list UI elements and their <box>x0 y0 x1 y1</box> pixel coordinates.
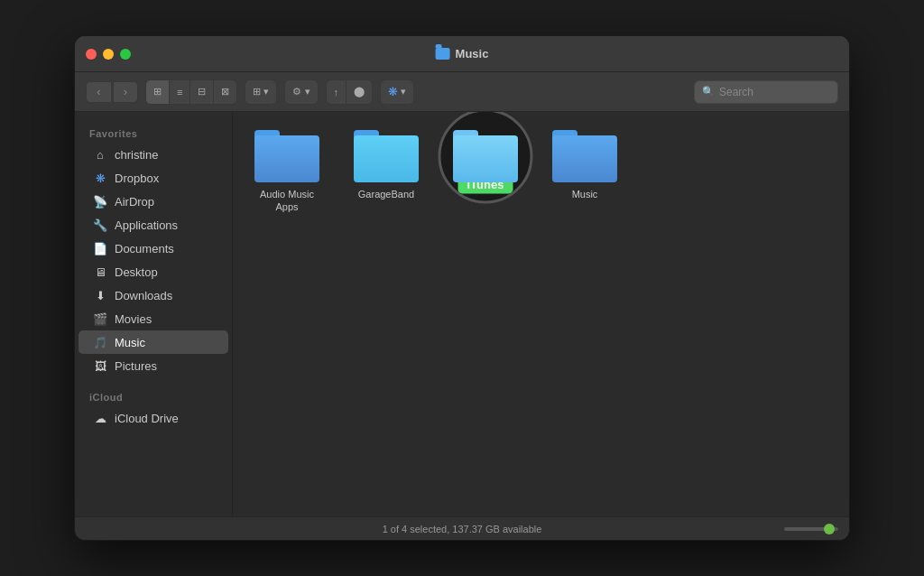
movies-icon: 🎬 <box>93 311 107 326</box>
icon-view-button[interactable]: ⊞ <box>146 79 170 105</box>
icloud-icon: ☁ <box>93 411 107 425</box>
folder-label-audio-music-apps: Audio Music Apps <box>251 188 323 214</box>
share-group: ↑ ⬤ <box>326 79 374 105</box>
sidebar-item-label: Downloads <box>115 289 172 302</box>
folder-icon-garageband <box>354 130 419 182</box>
window-title-area: Music <box>436 47 489 60</box>
forward-button[interactable]: › <box>113 81 138 103</box>
folder-label-garageband: GarageBand <box>358 188 414 200</box>
desktop-icon: 🖥 <box>93 265 107 279</box>
zoom-knob[interactable] <box>824 524 835 534</box>
view-options-group: ⊞ ≡ ⊟ ⊠ <box>145 79 237 105</box>
nav-buttons: ‹ › <box>86 81 138 103</box>
action-group: ⚙ ▾ <box>284 79 318 105</box>
status-text: 1 of 4 selected, 137.37 GB available <box>383 524 542 534</box>
search-box[interactable]: 🔍 <box>694 80 838 104</box>
maximize-button[interactable] <box>120 49 131 60</box>
back-button[interactable]: ‹ <box>86 81 111 103</box>
sidebar-item-label: Movies <box>115 312 152 326</box>
applications-icon: 🔧 <box>93 218 107 232</box>
sidebar-item-label: Music <box>115 336 145 349</box>
sidebar-item-label: Documents <box>115 242 174 255</box>
zoom-control[interactable] <box>784 527 838 531</box>
gallery-view-button[interactable]: ⊠ <box>214 79 236 105</box>
close-button[interactable] <box>86 49 97 60</box>
toolbar: ‹ › ⊞ ≡ ⊟ ⊠ ⊞ ▾ ⚙ ▾ ↑ ⬤ ❋ ▾ 🔍 <box>75 72 849 112</box>
folder-icon-itunes <box>453 130 518 182</box>
folder-garageband[interactable]: GarageBand <box>350 130 422 200</box>
search-icon: 🔍 <box>702 86 715 98</box>
folder-label-music: Music <box>572 188 598 200</box>
traffic-lights <box>86 49 131 60</box>
file-area: Audio Music Apps GarageBand iTunes <box>233 112 849 516</box>
folder-itunes-wrapper: iTunes <box>449 130 522 182</box>
title-folder-icon <box>436 48 450 60</box>
sidebar-item-pictures[interactable]: 🖼 Pictures <box>79 354 228 377</box>
dropbox-button[interactable]: ❋ ▾ <box>381 79 413 105</box>
documents-icon: 📄 <box>93 241 107 255</box>
folder-music[interactable]: Music <box>549 130 621 200</box>
folder-icon-music <box>552 130 617 182</box>
sidebar-item-christine[interactable]: ⌂ christine <box>79 143 228 166</box>
sidebar-item-label: Pictures <box>115 359 157 373</box>
sidebar: Favorites ⌂ christine ❋ Dropbox 📡 AirDro… <box>75 112 233 516</box>
icloud-label: iCloud <box>75 386 232 406</box>
folder-itunes[interactable] <box>449 130 522 182</box>
sidebar-item-label: iCloud Drive <box>115 412 179 425</box>
airdrop-icon: 📡 <box>93 194 107 209</box>
sidebar-item-desktop[interactable]: 🖥 Desktop <box>79 260 228 283</box>
sidebar-item-music[interactable]: 🎵 Music <box>79 330 228 354</box>
dropbox-group: ❋ ▾ <box>380 79 414 105</box>
pictures-icon: 🖼 <box>93 358 107 373</box>
finder-window: Music ‹ › ⊞ ≡ ⊟ ⊠ ⊞ ▾ ⚙ ▾ ↑ ⬤ ❋ ▾ 🔍 <box>74 35 850 541</box>
settings-button[interactable]: ⚙ ▾ <box>285 79 317 105</box>
sidebar-item-label: Applications <box>115 218 178 232</box>
minimize-button[interactable] <box>103 49 114 60</box>
sidebar-item-movies[interactable]: 🎬 Movies <box>79 307 228 330</box>
share-button[interactable]: ↑ <box>327 79 347 105</box>
sidebar-item-downloads[interactable]: ⬇ Downloads <box>79 283 228 307</box>
sidebar-item-dropbox[interactable]: ❋ Dropbox <box>79 166 228 190</box>
statusbar: 1 of 4 selected, 137.37 GB available <box>75 516 849 540</box>
sidebar-item-icloud-drive[interactable]: ☁ iCloud Drive <box>79 406 228 430</box>
view-toggle-group: ⊞ ▾ <box>245 79 277 105</box>
search-input[interactable] <box>719 86 830 98</box>
list-view-button[interactable]: ≡ <box>170 79 190 105</box>
window-title: Music <box>456 47 489 60</box>
home-icon: ⌂ <box>93 147 107 162</box>
dropbox-icon: ❋ <box>93 171 107 185</box>
titlebar: Music <box>75 36 849 72</box>
sidebar-item-label: christine <box>115 148 158 162</box>
sidebar-item-label: AirDrop <box>115 195 154 209</box>
favorites-label: Favorites <box>75 123 232 143</box>
sidebar-item-applications[interactable]: 🔧 Applications <box>79 213 228 237</box>
column-view-button[interactable]: ⊟ <box>190 79 214 105</box>
sidebar-item-documents[interactable]: 📄 Documents <box>79 237 228 260</box>
main-content: Favorites ⌂ christine ❋ Dropbox 📡 AirDro… <box>75 112 849 516</box>
view-toggle-button[interactable]: ⊞ ▾ <box>245 79 276 105</box>
folder-icon-audio-music-apps <box>254 130 319 182</box>
folder-audio-music-apps[interactable]: Audio Music Apps <box>251 130 323 214</box>
zoom-track <box>784 527 838 531</box>
more-button[interactable]: ⬤ <box>346 79 372 105</box>
music-icon: 🎵 <box>93 335 107 349</box>
sidebar-item-airdrop[interactable]: 📡 AirDrop <box>79 190 228 213</box>
sidebar-item-label: Desktop <box>115 265 158 279</box>
downloads-icon: ⬇ <box>93 288 107 302</box>
sidebar-item-label: Dropbox <box>115 172 159 185</box>
